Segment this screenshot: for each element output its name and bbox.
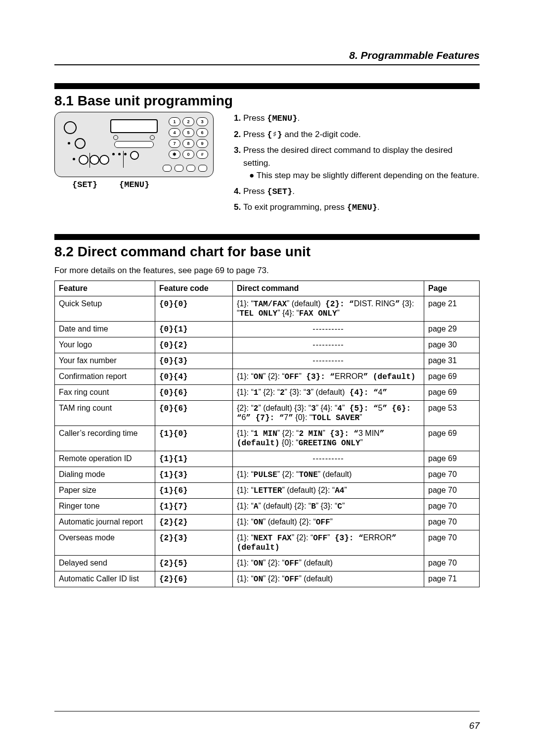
- cell-code: {2}{5}: [155, 555, 233, 571]
- cell-feature: Automatic Caller ID list: [55, 571, 155, 587]
- cell-direct-command: {1}: “A” (default) {2}: “B” {3}: “C”: [233, 498, 424, 514]
- cell-page: page 53: [424, 400, 480, 425]
- steps-list: Press {MENU}. Press {♯} and the 2-digit …: [232, 112, 480, 214]
- device-illustration: 123456789✱0#: [54, 112, 214, 177]
- keypad-key: 6: [196, 128, 208, 137]
- table-row: Date and time{0}{1}----------page 29: [55, 321, 480, 337]
- cell-feature: Paper size: [55, 482, 155, 498]
- cell-code: {1}{6}: [155, 482, 233, 498]
- cell-page: page 69: [424, 425, 480, 451]
- cell-direct-command: {1}: “1” {2}: “2” {3}: “3” (default) {4}…: [233, 384, 424, 400]
- cell-direct-command: {1}: “ON” {2}: “OFF” (default): [233, 555, 424, 571]
- cell-direct-command: {1}: “TAM/FAX” (default) {2}: “DIST. RIN…: [233, 296, 424, 321]
- cell-feature: Date and time: [55, 321, 155, 337]
- keypad-key: 8: [182, 139, 194, 148]
- cell-direct-command: ----------: [233, 321, 424, 337]
- chapter-header: 8. Programmable Features: [54, 49, 480, 61]
- table-row: Your fax number{0}{3}----------page 31: [55, 353, 480, 369]
- cell-page: page 31: [424, 353, 480, 369]
- cell-direct-command: ----------: [233, 451, 424, 467]
- cell-feature: Dialing mode: [55, 467, 155, 482]
- cell-feature: Fax ring count: [55, 384, 155, 400]
- cell-feature: Your fax number: [55, 353, 155, 369]
- col-code: Feature code: [155, 281, 233, 296]
- cell-page: page 70: [424, 555, 480, 571]
- cell-direct-command: {2}: “2” (default) {3}: “3” {4}: “4” {5}…: [233, 400, 424, 425]
- cell-page: page 21: [424, 296, 480, 321]
- keypad-key: 3: [196, 117, 208, 126]
- keypad-key: ✱: [169, 150, 180, 159]
- cell-page: page 69: [424, 369, 480, 384]
- cell-code: {0}{6}: [155, 400, 233, 425]
- section-8-1-title: 8.1 Base unit programming: [54, 93, 480, 109]
- step-4: Press {SET}.: [243, 185, 480, 198]
- page-number: 67: [54, 720, 480, 731]
- keypad-key: 1: [169, 117, 180, 126]
- cell-feature: Remote operation ID: [55, 451, 155, 467]
- cell-feature: TAM ring count: [55, 400, 155, 425]
- table-row: Quick Setup{0}{0}{1}: “TAM/FAX” (default…: [55, 296, 480, 321]
- cell-feature: Caller’s recording time: [55, 425, 155, 451]
- cell-code: {1}{0}: [155, 425, 233, 451]
- table-row: Automatic Caller ID list{2}{6}{1}: “ON” …: [55, 571, 480, 587]
- cell-code: {0}{4}: [155, 369, 233, 384]
- table-row: Dialing mode{1}{3}{1}: “PULSE” {2}: “TON…: [55, 467, 480, 482]
- table-header-row: Feature Feature code Direct command Page: [55, 281, 480, 296]
- keypad-key: #: [196, 150, 208, 159]
- keypad: 123456789✱0#: [169, 117, 207, 159]
- table-row: Remote operation ID{1}{1}----------page …: [55, 451, 480, 467]
- cell-code: {2}{6}: [155, 571, 233, 587]
- cell-feature: Overseas mode: [55, 530, 155, 555]
- step-5: To exit programming, press {MENU}.: [243, 201, 480, 214]
- cell-feature: Confirmation report: [55, 369, 155, 384]
- cell-code: {2}{3}: [155, 530, 233, 555]
- cell-page: page 70: [424, 514, 480, 530]
- keypad-key: 2: [182, 117, 194, 126]
- col-page: Page: [424, 281, 480, 296]
- cell-code: {2}{2}: [155, 514, 233, 530]
- cell-page: page 29: [424, 321, 480, 337]
- table-row: Fax ring count{0}{6}{1}: “1” {2}: “2” {3…: [55, 384, 480, 400]
- cell-feature: Quick Setup: [55, 296, 155, 321]
- step-2: Press {♯} and the 2-digit code.: [243, 128, 480, 142]
- section-8-2-title: 8.2 Direct command chart for base unit: [54, 244, 480, 260]
- col-feature: Feature: [55, 281, 155, 296]
- keypad-key: 0: [182, 150, 194, 159]
- cell-code: {0}{6}: [155, 384, 233, 400]
- cell-feature: Automatic journal report: [55, 514, 155, 530]
- cell-feature: Ringer tone: [55, 498, 155, 514]
- cell-direct-command: {1}: “ON” {2}: “OFF” {3}: “ERROR” (defau…: [233, 369, 424, 384]
- cell-code: {1}{1}: [155, 451, 233, 467]
- cell-direct-command: {1}: “1 MIN” {2}: “2 MIN” {3}: “3 MIN” (…: [233, 425, 424, 451]
- cell-feature: Your logo: [55, 337, 155, 353]
- cell-direct-command: {1}: “ON” (default) {2}: “OFF”: [233, 514, 424, 530]
- table-row: Overseas mode{2}{3}{1}: “NEXT FAX” {2}: …: [55, 530, 480, 555]
- cell-page: page 30: [424, 337, 480, 353]
- label-set: {SET}: [72, 180, 97, 189]
- cell-direct-command: {1}: “LETTER” (default) {2}: “A4”: [233, 482, 424, 498]
- cell-page: page 70: [424, 530, 480, 555]
- feature-table: Feature Feature code Direct command Page…: [54, 281, 480, 587]
- cell-code: {0}{2}: [155, 337, 233, 353]
- cell-direct-command: ----------: [233, 337, 424, 353]
- cell-code: {0}{3}: [155, 353, 233, 369]
- cell-code: {0}{0}: [155, 296, 233, 321]
- section-8-2-note: For more details on the features, see pa…: [54, 266, 480, 276]
- keypad-key: 4: [169, 128, 180, 137]
- keypad-key: 9: [196, 139, 208, 148]
- cell-feature: Delayed send: [55, 555, 155, 571]
- step-1: Press {MENU}.: [243, 112, 480, 125]
- table-row: Confirmation report{0}{4}{1}: “ON” {2}: …: [55, 369, 480, 384]
- table-row: TAM ring count{0}{6}{2}: “2” (default) {…: [55, 400, 480, 425]
- table-row: Caller’s recording time{1}{0}{1}: “1 MIN…: [55, 425, 480, 451]
- cell-page: page 69: [424, 451, 480, 467]
- cell-code: {1}{3}: [155, 467, 233, 482]
- cell-page: page 70: [424, 467, 480, 482]
- table-row: Ringer tone{1}{7}{1}: “A” (default) {2}:…: [55, 498, 480, 514]
- cell-direct-command: {1}: “NEXT FAX” {2}: “OFF” {3}: “ERROR” …: [233, 530, 424, 555]
- table-row: Delayed send{2}{5}{1}: “ON” {2}: “OFF” (…: [55, 555, 480, 571]
- cell-direct-command: {1}: “ON” {2}: “OFF” (default): [233, 571, 424, 587]
- cell-code: {0}{1}: [155, 321, 233, 337]
- cell-page: page 71: [424, 571, 480, 587]
- label-menu: {MENU}: [119, 180, 149, 189]
